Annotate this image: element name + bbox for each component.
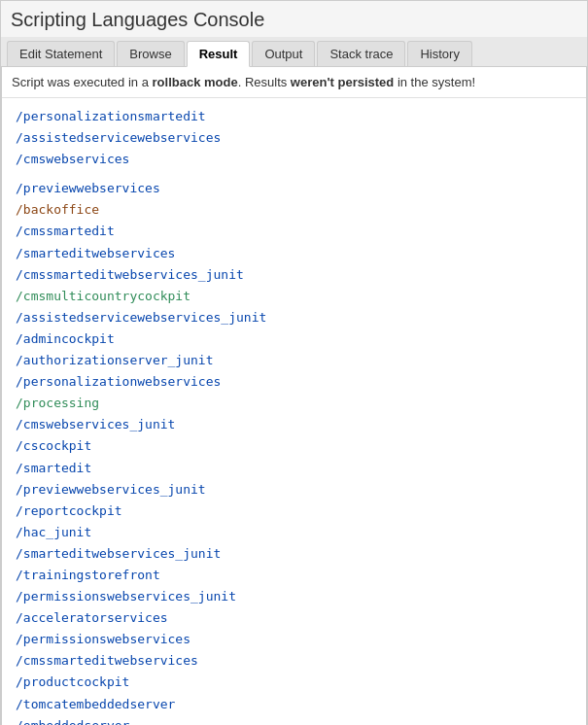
list-item	[16, 170, 572, 178]
list-item: /admincockpit	[16, 328, 572, 350]
warning-prefix: Script was executed in a	[12, 75, 153, 89]
list-item: /acceleratorservices	[16, 607, 572, 629]
list-item: /smarteditwebservices_junit	[16, 543, 572, 565]
list-item: /cmssmarteditwebservices	[16, 650, 572, 672]
list-item: /previewwebservices_junit	[16, 479, 572, 501]
list-item: /personalizationwebservices	[16, 371, 572, 393]
list-item: /assistedservicewebservices	[16, 127, 572, 149]
warning-rollback: rollback mode	[153, 75, 238, 89]
warning-middle: . Results	[238, 75, 291, 89]
list-item: /embeddedserver	[16, 715, 572, 725]
tab-output[interactable]: Output	[252, 41, 315, 66]
tab-browse[interactable]: Browse	[117, 41, 184, 66]
list-item: /authorizationserver_junit	[16, 350, 572, 371]
list-item: /reportcockpit	[16, 501, 572, 522]
list-item: /cmssmartedit	[16, 221, 572, 242]
warning-bar: Script was executed in a rollback mode. …	[2, 67, 586, 98]
tab-history[interactable]: History	[407, 41, 471, 66]
list-item: /tomcatembeddedserver	[16, 694, 572, 715]
app-title: Scripting Languages Console	[11, 9, 577, 31]
list-item: /hac_junit	[16, 522, 572, 543]
list-item: /processing	[16, 393, 572, 414]
list-item: /permissionswebservices_junit	[16, 586, 572, 607]
output-list: /personalizationsmartedit/assistedservic…	[2, 98, 586, 725]
tab-stack-trace[interactable]: Stack trace	[317, 41, 405, 66]
list-item: /backoffice	[16, 199, 572, 221]
content-area: Script was executed in a rollback mode. …	[1, 67, 587, 725]
list-item: /smarteditwebservices	[16, 243, 572, 264]
warning-not-persisted: weren't persisted	[291, 75, 394, 89]
list-item: /cmswebservices	[16, 149, 572, 170]
list-item: /assistedservicewebservices_junit	[16, 307, 572, 328]
main-window: Scripting Languages Console Edit Stateme…	[0, 0, 588, 725]
list-item: /personalizationsmartedit	[16, 106, 572, 127]
list-item: /cmssmarteditwebservices_junit	[16, 264, 572, 286]
list-item: /permissionswebservices	[16, 629, 572, 650]
list-item: /smartedit	[16, 458, 572, 479]
list-item: /cmswebservices_junit	[16, 414, 572, 435]
tab-edit-statement[interactable]: Edit Statement	[7, 41, 115, 66]
list-item: /cmsmulticountrycockpit	[16, 286, 572, 307]
list-item: /trainingstorefront	[16, 565, 572, 586]
tab-result[interactable]: Result	[187, 41, 251, 67]
title-bar: Scripting Languages Console	[1, 1, 587, 37]
warning-suffix: in the system!	[394, 75, 475, 89]
tab-bar: Edit Statement Browse Result Output Stac…	[1, 37, 587, 67]
list-item: /cscockpit	[16, 435, 572, 457]
list-item: /previewwebservices	[16, 178, 572, 199]
list-item: /productcockpit	[16, 672, 572, 693]
